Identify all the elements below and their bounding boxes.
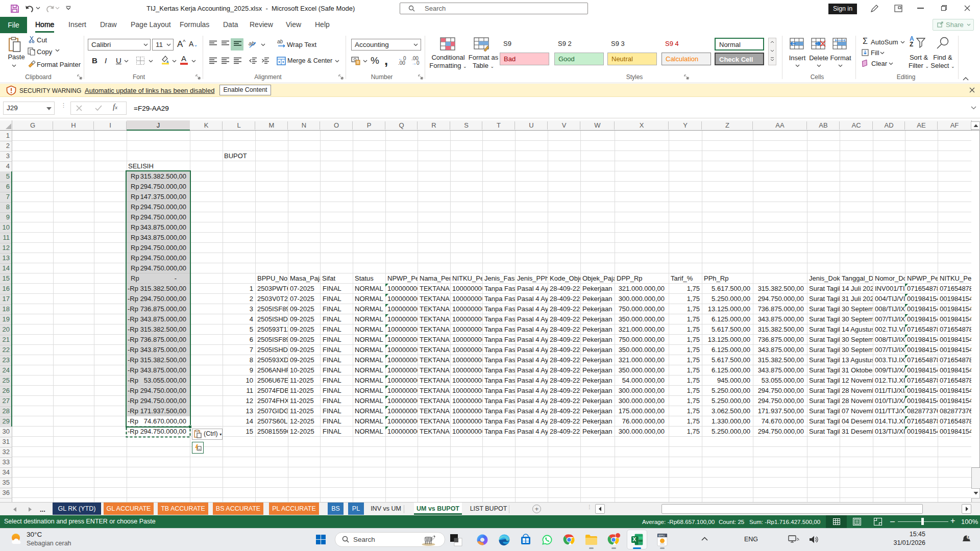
svg-text:X: X (632, 536, 636, 542)
svg-text:BPPU: BPPU (658, 535, 665, 537)
svg-text:ab: ab (277, 39, 283, 44)
